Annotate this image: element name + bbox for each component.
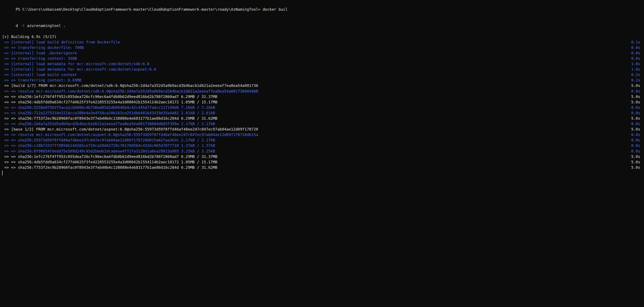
building-status-line: [+] Building 6.9s (5/17) xyxy=(2,34,642,39)
build-step-text: => => sha256:5258e87502f5aca1cb680bc4b73… xyxy=(2,105,631,110)
build-step-text: => => resolve mcr.microsoft.com/dotnet/a… xyxy=(2,132,631,137)
build-step-time: 5.0s xyxy=(631,116,642,121)
build-step-row: => => sha256:4db5fdd9a634cf27fd4625f3fe4… xyxy=(2,159,642,165)
build-step-text: => [internal] load metadata for mcr.micr… xyxy=(2,61,631,67)
build-step-time: 1.8s xyxy=(631,67,642,72)
build-step-time: 5.0s xyxy=(631,99,642,105)
command-docker: docker xyxy=(262,7,276,11)
build-step-text: => [build 1/7] FROM mcr.microsoft.com/do… xyxy=(2,83,631,88)
ps-prefix: PS xyxy=(16,7,22,11)
build-step-text: => [internal] load .dockerignore xyxy=(2,50,631,56)
build-step-row: => => transferring context: 358B0.0s xyxy=(2,56,642,61)
build-step-text: => => transferring context: 6.83MB xyxy=(2,77,631,83)
build-step-row: => => sha256:f753f2ec9b28960fac0f8943e3f… xyxy=(2,165,642,170)
build-step-time: 5.0s xyxy=(631,159,642,165)
build-step-text: => => sha256:c18bf333fff9856b144265ce710… xyxy=(2,143,631,148)
build-step-row: => [base 1/2] FROM mcr.microsoft.com/dot… xyxy=(2,127,642,132)
build-step-time: 5.0s xyxy=(631,165,642,170)
build-step-row: => => sha256:2d4a7a352d5a9b9acd3b4bacb1d… xyxy=(2,121,642,127)
build-step-time: 0.2s xyxy=(631,77,642,83)
build-step-text: => [internal] load build definition from… xyxy=(2,39,631,45)
prompt-suffix: > xyxy=(258,7,263,11)
build-step-row: => => sha256:4db5fdd9a634cf27fd4625f3fe4… xyxy=(2,99,642,105)
build-step-text: => [base 1/2] FROM mcr.microsoft.com/dot… xyxy=(2,127,631,132)
prompt-line: PS C:\Users\sebassem\Desktop\CloudAdopti… xyxy=(2,1,642,17)
build-step-time: 0.0s xyxy=(631,148,642,154)
build-step-time: 5.0s xyxy=(631,154,642,159)
cursor xyxy=(2,171,2,175)
build-step-time: 0.0s xyxy=(631,137,642,143)
prompt-line-2: d -t azurenamingtool . xyxy=(2,17,642,34)
build-step-row: => [build 1/7] FROM mcr.microsoft.com/do… xyxy=(2,83,642,88)
build-step-text: => => sha256:2d4a7a352d5a9b9acd3b4bacb1d… xyxy=(2,121,631,127)
build-step-time: 0.0s xyxy=(631,45,642,50)
build-step-row: => [internal] load metadata for mcr.micr… xyxy=(2,61,642,67)
build-step-row: => => sha256:712a1375318e321bcca388e4a3e… xyxy=(2,110,642,116)
build-step-text: => => sha256:55973d59f8ffd46af48ee247c84… xyxy=(2,137,631,143)
build-step-time: 0.0s xyxy=(631,88,642,94)
terminal-output[interactable]: PS C:\Users\sebassem\Desktop\CloudAdopti… xyxy=(2,1,642,176)
build-step-time: 5.0s xyxy=(631,94,642,99)
build-step-row: => => resolve mcr.microsoft.com/dotnet/s… xyxy=(2,88,642,94)
build-step-time: 0.0s xyxy=(631,110,642,116)
build-step-time: 5.0s xyxy=(631,83,642,88)
prompt-path: C:\Users\sebassem\Desktop\CloudAdoptionF… xyxy=(22,7,258,11)
build-step-row: => => sha256:55973d59f8ffd46af48ee247c84… xyxy=(2,137,642,143)
building-status: [+] Building 6.9s (5/17) xyxy=(2,34,642,39)
build-step-time: 5.0s xyxy=(631,127,642,132)
command-flag: -t xyxy=(20,23,25,28)
build-step-text: => => sha256:f753f2ec9b28960fac0f8943e3f… xyxy=(2,116,631,121)
build-step-time: 0.0s xyxy=(631,50,642,56)
build-step-text: => => sha256:4db5fdd9a634cf27fd4625f3fe4… xyxy=(2,159,631,165)
build-step-time: 0.1s xyxy=(631,39,642,45)
command-build-part2: d xyxy=(16,23,20,28)
build-step-time: 1.8s xyxy=(631,61,642,67)
build-step-row: => [internal] load metadata for mcr.micr… xyxy=(2,67,642,72)
build-step-row: => => sha256:f753f2ec9b28960fac0f8943e3f… xyxy=(2,116,642,121)
build-step-time: 0.0s xyxy=(631,56,642,61)
build-step-row: => => sha256:0f90854fdedd75e509d249c45d2… xyxy=(2,148,642,154)
build-step-row: => [internal] load build definition from… xyxy=(2,39,642,45)
build-step-row: => => transferring dockerfile: 700B0.0s xyxy=(2,45,642,50)
build-step-time: 0.0s xyxy=(631,105,642,110)
build-step-time: 0.0s xyxy=(631,143,642,148)
build-step-text: => => transferring dockerfile: 700B xyxy=(2,45,631,50)
build-step-row: => => resolve mcr.microsoft.com/dotnet/a… xyxy=(2,132,642,137)
command-args: azurenamingtool . xyxy=(25,23,66,28)
build-step-text: => => sha256:712a1375318e321bcca388e4a3e… xyxy=(2,110,631,116)
build-steps: => [internal] load build definition from… xyxy=(2,39,642,170)
build-step-text: => => sha256:1efc276f4ff952c055dea726cfc… xyxy=(2,94,631,99)
build-step-row: => => sha256:1efc276f4ff952c055dea726cfc… xyxy=(2,154,642,159)
build-step-time: 0.0s xyxy=(631,121,642,127)
build-step-text: => [internal] load build context xyxy=(2,72,631,77)
build-step-text: => => sha256:1efc276f4ff952c055dea726cfc… xyxy=(2,154,631,159)
build-step-text: => => resolve mcr.microsoft.com/dotnet/s… xyxy=(2,88,631,94)
build-step-text: => => sha256:f753f2ec9b28960fac0f8943e3f… xyxy=(2,165,631,170)
build-step-row: => => sha256:c18bf333fff9856b144265ce710… xyxy=(2,143,642,148)
command-build-part1: buil xyxy=(276,7,288,11)
build-step-row: => [internal] load .dockerignore0.0s xyxy=(2,50,642,56)
build-step-text: => [internal] load metadata for mcr.micr… xyxy=(2,67,631,72)
build-step-time: 0.0s xyxy=(631,132,642,137)
build-step-time: 0.2s xyxy=(631,72,642,77)
build-step-text: => => sha256:0f90854fdedd75e509d249c45d2… xyxy=(2,148,631,154)
build-step-text: => => sha256:4db5fdd9a634cf27fd4625f3fe4… xyxy=(2,99,631,105)
build-step-row: => => sha256:1efc276f4ff952c055dea726cfc… xyxy=(2,94,642,99)
build-step-row: => => sha256:5258e87502f5aca1cb680bc4b73… xyxy=(2,105,642,110)
build-step-row: => => transferring context: 6.83MB0.2s xyxy=(2,77,642,83)
build-step-row: => [internal] load build context0.2s xyxy=(2,72,642,77)
build-step-text: => => transferring context: 358B xyxy=(2,56,631,61)
